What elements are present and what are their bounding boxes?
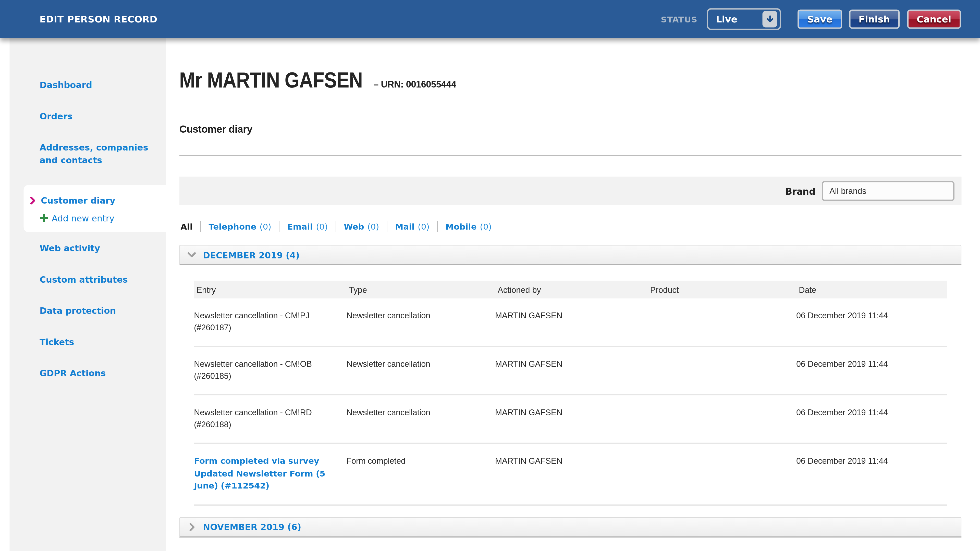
- table-row: Newsletter cancellation - CM!OB (#260185…: [194, 347, 947, 395]
- cell-actioned-by: MARTIN GAFSEN: [495, 407, 648, 430]
- section-title: DECEMBER 2019 (4): [203, 250, 300, 260]
- tab-separator: [279, 221, 280, 232]
- top-bar: EDIT PERSON RECORD STATUS Live Save Fini…: [0, 0, 980, 38]
- brand-input[interactable]: [822, 181, 955, 201]
- tab-separator: [335, 221, 336, 232]
- cell-date: 06 December 2019 11:44: [796, 407, 947, 430]
- chevron-right-icon: [30, 196, 36, 205]
- chevron-right-icon: [187, 522, 197, 532]
- finish-button[interactable]: Finish: [849, 10, 900, 29]
- tab-count: (0): [367, 222, 379, 231]
- section-header-december-2019[interactable]: DECEMBER 2019 (4): [180, 245, 962, 265]
- tab-label: Mobile: [445, 222, 477, 231]
- cell-actioned-by: MARTIN GAFSEN: [495, 358, 648, 382]
- page-title: EDIT PERSON RECORD: [40, 14, 158, 24]
- status-selected-value: Live: [716, 14, 763, 24]
- cell-entry: Newsletter cancellation - CM!RD (#260188…: [194, 407, 347, 430]
- cell-product: [648, 310, 797, 333]
- column-header-entry: Entry: [194, 285, 347, 294]
- cell-type: Newsletter cancellation: [347, 407, 495, 430]
- cell-entry: Newsletter cancellation - CM!OB (#260185…: [194, 358, 347, 382]
- heading-divider: [180, 155, 962, 156]
- cell-product: [648, 455, 797, 492]
- column-header-type: Type: [347, 285, 495, 294]
- sidebar-item-orders[interactable]: Orders: [40, 110, 159, 122]
- cell-actioned-by: MARTIN GAFSEN: [495, 455, 648, 492]
- diary-table: Entry Type Actioned by Product Date News…: [194, 281, 947, 505]
- sidebar: Dashboard Orders Addresses, companies an…: [10, 38, 166, 551]
- sidebar-item-dashboard[interactable]: Dashboard: [40, 79, 159, 91]
- cell-date: 06 December 2019 11:44: [796, 310, 947, 333]
- tab-separator: [200, 221, 201, 232]
- cell-product: [648, 407, 797, 430]
- top-bar-actions: STATUS Live Save Finish Cancel: [661, 8, 961, 30]
- cell-type: Newsletter cancellation: [347, 358, 495, 382]
- sidebar-item-addresses-companies-contacts[interactable]: Addresses, companies and contacts: [40, 141, 159, 167]
- tab-mail[interactable]: Mail (0): [395, 222, 430, 231]
- sidebar-item-custom-attributes[interactable]: Custom attributes: [40, 273, 159, 286]
- status-label: STATUS: [661, 14, 697, 24]
- brand-filter-bar: Brand: [180, 177, 962, 206]
- person-name: Mr MARTIN GAFSEN: [180, 67, 363, 93]
- column-header-product: Product: [648, 285, 797, 294]
- entry-link[interactable]: Form completed via survey Updated Newsle…: [194, 456, 325, 491]
- tab-separator: [437, 221, 438, 232]
- edit-person-record-window: EDIT PERSON RECORD STATUS Live Save Fini…: [0, 0, 980, 551]
- plus-icon: [40, 214, 48, 222]
- tab-label: Mail: [395, 222, 415, 231]
- tab-telephone[interactable]: Telephone (0): [208, 222, 271, 231]
- tab-all[interactable]: All: [181, 222, 192, 231]
- section-header-november-2019[interactable]: NOVEMBER 2019 (6): [180, 517, 962, 537]
- column-header-actioned-by: Actioned by: [495, 285, 648, 294]
- cell-entry: Form completed via survey Updated Newsle…: [194, 455, 347, 492]
- tab-count: (0): [259, 222, 271, 231]
- table-row: Newsletter cancellation - CM!PJ (#260187…: [194, 299, 947, 347]
- sidebar-nav: Dashboard Orders Addresses, companies an…: [10, 38, 166, 380]
- sidebar-item-tickets[interactable]: Tickets: [40, 335, 159, 348]
- sidebar-selected-panel: Customer diary Add new entry: [24, 185, 166, 232]
- brand-label: Brand: [785, 186, 815, 196]
- sidebar-item-label: Customer diary: [41, 194, 115, 206]
- add-new-entry-label: Add new entry: [52, 212, 115, 224]
- tab-separator: [387, 221, 387, 232]
- section-heading: Customer diary: [180, 123, 962, 136]
- person-heading: Mr MARTIN GAFSEN– URN: 0016055444: [180, 67, 962, 97]
- tab-count: (0): [316, 222, 328, 231]
- save-button[interactable]: Save: [798, 10, 842, 29]
- tab-label: All: [181, 222, 192, 231]
- tab-web[interactable]: Web (0): [344, 222, 379, 231]
- cell-type: Newsletter cancellation: [347, 310, 495, 333]
- sidebar-item-web-activity[interactable]: Web activity: [40, 242, 159, 254]
- sidebar-item-gdpr-actions[interactable]: GDPR Actions: [40, 367, 159, 380]
- add-new-entry-button[interactable]: Add new entry: [40, 212, 166, 224]
- section-title: NOVEMBER 2019 (6): [203, 522, 301, 532]
- diary-table-header: Entry Type Actioned by Product Date: [194, 281, 947, 299]
- cell-date: 06 December 2019 11:44: [796, 358, 947, 382]
- tab-count: (0): [480, 222, 492, 231]
- dropdown-arrow-icon: [762, 11, 777, 27]
- table-row: Form completed via survey Updated Newsle…: [194, 444, 947, 505]
- tab-label: Email: [287, 222, 313, 231]
- status-dropdown[interactable]: Live: [707, 8, 781, 30]
- chevron-down-icon: [187, 251, 197, 258]
- cell-entry: Newsletter cancellation - CM!PJ (#260187…: [194, 310, 347, 333]
- tab-label: Web: [344, 222, 364, 231]
- cell-date: 06 December 2019 11:44: [796, 455, 947, 492]
- table-row: Newsletter cancellation - CM!RD (#260188…: [194, 395, 947, 444]
- main-content: Mr MARTIN GAFSEN– URN: 0016055444 Custom…: [180, 38, 962, 551]
- sidebar-item-customer-diary[interactable]: Customer diary: [24, 194, 166, 206]
- tab-mobile[interactable]: Mobile (0): [445, 222, 492, 231]
- column-header-date: Date: [796, 285, 947, 294]
- person-urn: – URN: 0016055444: [373, 79, 456, 89]
- cancel-button[interactable]: Cancel: [907, 10, 961, 29]
- tab-email[interactable]: Email (0): [287, 222, 328, 231]
- channel-filter-tabs: All Telephone (0) Email (0) Web (0) Mail…: [180, 221, 962, 232]
- tab-label: Telephone: [208, 222, 256, 231]
- cell-actioned-by: MARTIN GAFSEN: [495, 310, 648, 333]
- tab-count: (0): [418, 222, 430, 231]
- cell-type: Form completed: [347, 455, 495, 492]
- cell-product: [648, 358, 797, 382]
- sidebar-item-data-protection[interactable]: Data protection: [40, 304, 159, 317]
